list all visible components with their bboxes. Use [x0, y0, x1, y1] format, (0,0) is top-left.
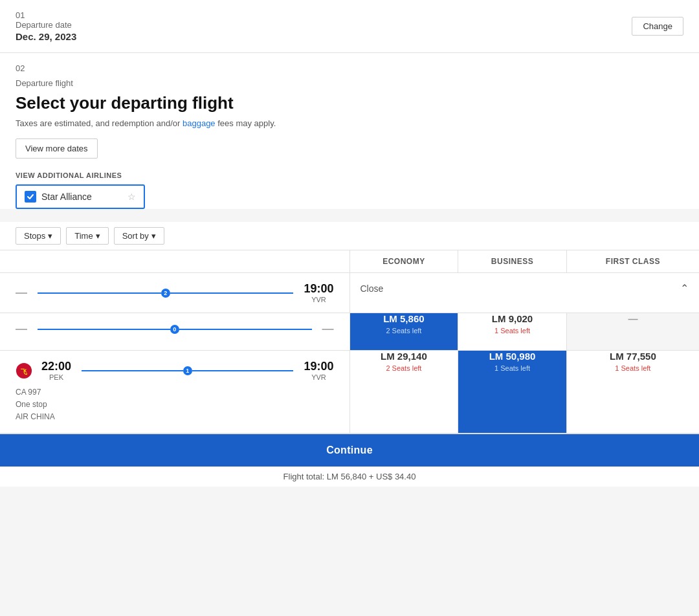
depart-time: —: [16, 286, 27, 300]
economy-price-cell-3[interactable]: LM 29,140 2 Seats left: [350, 351, 458, 434]
business-price-cell-3[interactable]: LM 50,980 1 Seats left: [458, 351, 566, 434]
step-02-number: 02: [16, 63, 683, 73]
star-icon: ☆: [128, 192, 136, 202]
flights-table-header: ECONOMY BUSINESS FIRST CLASS: [0, 250, 699, 273]
flight-number-3: CA 997: [16, 388, 41, 397]
time-filter-button[interactable]: Time ▾: [66, 227, 108, 245]
arrive-airport: YVR: [311, 296, 326, 303]
flight-times-3: 飞 22:00 PEK 1: [16, 360, 334, 381]
business-price-cell-2[interactable]: LM 9,020 1 Seats left: [458, 313, 566, 351]
business-seats-3: 1 Seats left: [458, 364, 566, 372]
first-class-column-header: FIRST CLASS: [566, 250, 699, 273]
arrive-time: 19:00: [304, 282, 333, 296]
economy-seats-3: 2 Seats left: [350, 364, 458, 372]
svg-text:飞: 飞: [21, 368, 27, 375]
filter-bar: Stops ▾ Time ▾ Sort by ▾: [0, 222, 699, 250]
stops-filter-button[interactable]: Stops ▾: [16, 227, 61, 245]
time-chevron-icon: ▾: [96, 231, 100, 241]
flights-area: Stops ▾ Time ▾ Sort by ▾ ECONOMY BUSINES…: [0, 222, 699, 487]
continue-button[interactable]: Continue: [0, 434, 699, 467]
table-row: — 0 —: [0, 313, 699, 351]
sort-label: Sort by: [122, 231, 149, 241]
stop-count-badge-3: 1: [183, 366, 192, 375]
table-row: 飞 22:00 PEK 1: [0, 351, 699, 434]
departure-date-value: Dec. 29, 2023: [16, 31, 76, 42]
depart-time-2: —: [16, 322, 27, 336]
operated-by-3: AIR CHINA: [16, 412, 55, 421]
flight-info-cell: — 0 —: [0, 313, 350, 351]
step-02-label: Departure flight: [16, 78, 683, 88]
business-price-amount-2: LM 9,020: [458, 313, 566, 324]
sort-chevron-icon: ▾: [151, 231, 156, 241]
flight-info-cell-3: 飞 22:00 PEK 1: [0, 351, 350, 434]
additional-airlines-label: VIEW ADDITIONAL AIRLINES: [16, 171, 683, 179]
flight-times-2: — 0 —: [16, 322, 334, 336]
baggage-link[interactable]: baggage: [183, 118, 216, 128]
subtitle-suffix: fees may apply.: [216, 118, 276, 128]
firstclass-price-amount-2: —: [567, 313, 699, 324]
business-seats-2: 1 Seats left: [458, 327, 566, 335]
stop-type-3: One stop: [16, 400, 47, 409]
continue-bar: Continue Flight total: LM 56,840 + US$ 3…: [0, 434, 699, 487]
economy-column-header: ECONOMY: [350, 250, 458, 273]
flight-line: 2: [32, 289, 298, 298]
flight-info-cell: — 2 19:00 YVR: [0, 273, 350, 313]
flight-total: Flight total: LM 56,840 + US$ 34.40: [0, 467, 699, 487]
economy-price-amount-3: LM 29,140: [350, 351, 458, 362]
stop-count-badge: 2: [161, 289, 170, 298]
sort-filter-button[interactable]: Sort by ▾: [114, 227, 164, 245]
flight-detail-3: CA 997 One stop AIR CHINA: [16, 386, 334, 424]
star-alliance-label: Star Alliance: [41, 192, 125, 202]
flights-table: ECONOMY BUSINESS FIRST CLASS —: [0, 250, 699, 434]
stops-chevron-icon: ▾: [48, 231, 52, 241]
economy-price-amount-2: LM 5,860: [350, 313, 458, 324]
star-alliance-checkbox[interactable]: Star Alliance ☆: [16, 184, 145, 209]
close-chevron-icon[interactable]: ⌃: [680, 282, 689, 294]
step-01-label: Departure date: [16, 20, 76, 30]
change-button[interactable]: Change: [632, 17, 683, 36]
depart-time-3: 22:00: [41, 360, 71, 373]
firstclass-price-amount-3: LM 77,550: [567, 351, 699, 362]
depart-airport-3: PEK: [49, 373, 63, 381]
firstclass-seats-3: 1 Seats left: [567, 364, 699, 372]
stops-label: Stops: [24, 231, 45, 241]
flight-line-3: 1: [76, 366, 298, 375]
flight-line-2: 0: [32, 325, 317, 334]
firstclass-price-cell-2: —: [566, 313, 699, 351]
checkbox-checked-icon: [25, 191, 36, 203]
subtitle: Taxes are estimated, and redemption and/…: [16, 118, 683, 128]
arrive-airport-3: YVR: [311, 373, 326, 381]
step-01-number: 01: [16, 10, 76, 20]
arrive-time-3: 19:00: [304, 360, 333, 373]
view-more-dates-button[interactable]: View more dates: [16, 138, 98, 159]
firstclass-price-cell-3[interactable]: LM 77,550 1 Seats left: [566, 351, 699, 434]
arrive-time-2: —: [322, 322, 334, 336]
air-china-logo: 飞: [16, 362, 32, 379]
business-column-header: BUSINESS: [458, 250, 566, 273]
stop-count-badge-2: 0: [170, 325, 179, 334]
economy-price-cell-2[interactable]: LM 5,860 2 Seats left: [350, 313, 458, 351]
flight-column-header: [0, 250, 350, 273]
subtitle-text: Taxes are estimated, and redemption and/…: [16, 118, 183, 128]
economy-seats-2: 2 Seats left: [350, 327, 458, 335]
table-row: — 2 19:00 YVR: [0, 273, 699, 313]
close-cell: Close ⌃: [350, 273, 699, 313]
step-02-section: 02 Departure flight Select your departin…: [0, 53, 699, 209]
close-label[interactable]: Close: [361, 283, 384, 294]
page-title: Select your departing flight: [16, 93, 683, 113]
step-01-section: 01 Departure date Dec. 29, 2023 Change: [0, 0, 699, 53]
business-price-amount-3: LM 50,980: [458, 351, 566, 362]
time-label: Time: [74, 231, 93, 241]
flight-times: — 2 19:00 YVR: [16, 282, 334, 303]
